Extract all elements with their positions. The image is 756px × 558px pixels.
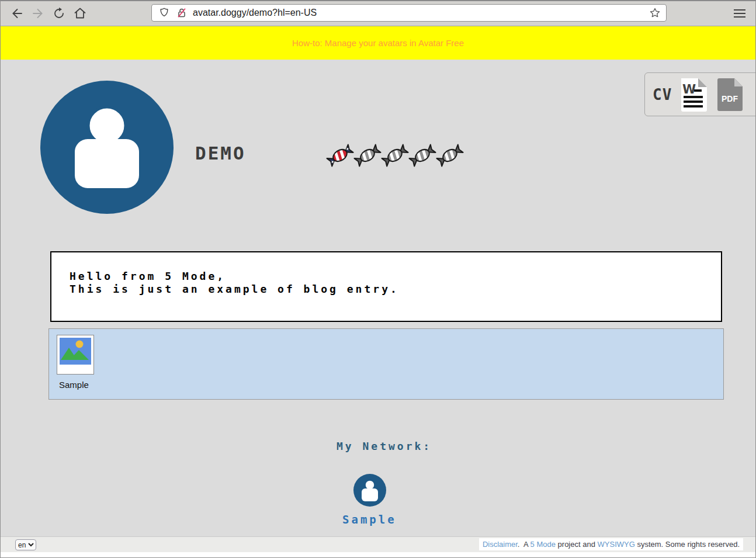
word-doc-icon[interactable]: W [679, 78, 708, 112]
insecure-lock-icon[interactable] [175, 6, 188, 19]
candy-icon[interactable] [436, 141, 464, 169]
profile-avatar [40, 81, 174, 214]
footer-bar: en Disclaimer. A 5 Mode project and WYSI… [1, 536, 755, 553]
candy-icon[interactable] [381, 141, 409, 169]
back-button[interactable] [8, 5, 26, 22]
reload-button[interactable] [50, 5, 68, 22]
blog-entry-box: Hello from 5 Mode, This is just an examp… [50, 251, 722, 322]
candy-rating[interactable] [326, 141, 463, 169]
home-button[interactable] [71, 5, 89, 22]
forward-icon [31, 6, 45, 20]
language-select[interactable]: en [15, 539, 36, 550]
wysiwyg-link[interactable]: WYSIWYG [598, 540, 635, 549]
browser-window: avatar.doggy/demo?hl=en-US How-to: Manag… [0, 0, 756, 558]
image-placeholder-icon [60, 338, 91, 365]
page-content: DEMO [1, 60, 755, 536]
url-text[interactable]: avatar.doggy/demo?hl=en-US [193, 8, 644, 18]
gallery-thumbnail[interactable] [57, 335, 94, 375]
blog-line-2: This is just an example of blog entry. [70, 283, 721, 296]
blog-line-1: Hello from 5 Mode, [70, 270, 721, 283]
hamburger-menu-icon [733, 9, 746, 18]
svg-text:PDF: PDF [722, 94, 738, 103]
cv-label: CV [653, 86, 672, 103]
bookmark-star-icon[interactable] [649, 6, 661, 19]
network-title: My Network: [337, 440, 432, 452]
forward-button[interactable] [29, 5, 47, 22]
network-member-avatar[interactable] [353, 474, 386, 507]
reload-icon [52, 6, 66, 20]
back-icon [10, 6, 24, 20]
tracking-shield-icon[interactable] [158, 6, 171, 19]
url-bar[interactable]: avatar.doggy/demo?hl=en-US [151, 4, 667, 22]
howto-link[interactable]: How-to: Manage your avatars in Avatar Fr… [292, 38, 464, 48]
network-member-link[interactable]: Sample [342, 513, 397, 526]
five-mode-link[interactable]: 5 Mode [530, 540, 556, 549]
menu-button[interactable] [731, 6, 748, 21]
gallery-box: Sample [48, 328, 724, 400]
candy-icon[interactable] [353, 141, 382, 169]
cv-panel: CV W PDF [644, 72, 756, 116]
window-bottom-strip [1, 552, 755, 558]
footer-disclaimer: Disclaimer. A 5 Mode project and WYSIWYG… [479, 538, 743, 550]
gallery-item-label: Sample [59, 380, 89, 390]
candy-icon[interactable] [408, 141, 436, 169]
pdf-doc-icon[interactable]: PDF [715, 78, 744, 112]
svg-text:W: W [682, 82, 696, 96]
home-icon [73, 6, 87, 20]
browser-toolbar: avatar.doggy/demo?hl=en-US [1, 1, 755, 26]
profile-name: DEMO [195, 143, 246, 164]
notice-banner: How-to: Manage your avatars in Avatar Fr… [1, 26, 755, 60]
candy-icon[interactable] [326, 141, 354, 169]
disclaimer-link[interactable]: Disclaimer [483, 540, 518, 549]
